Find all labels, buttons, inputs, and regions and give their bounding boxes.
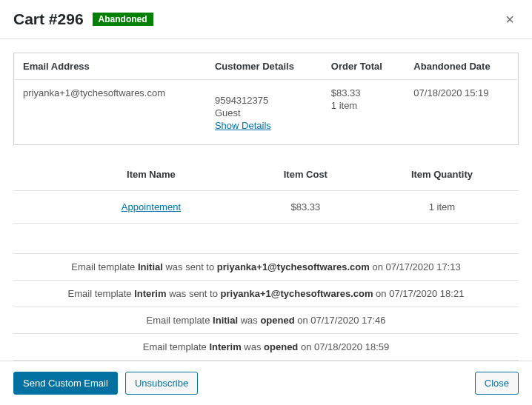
customer-type: Guest: [215, 107, 313, 118]
modal-footer: Send Custom Email Unsubscribe Close: [0, 361, 532, 406]
item-qty: 1 item: [365, 191, 519, 224]
status-badge: Abandoned: [93, 13, 153, 26]
modal-header: Cart #296 Abandoned ×: [0, 0, 532, 39]
cell-customer: 9594312375 Guest Show Details: [206, 80, 322, 145]
cell-date: 07/18/2020 15:19: [405, 80, 518, 145]
close-icon[interactable]: ×: [501, 10, 519, 28]
customer-phone: 9594312375: [215, 95, 313, 106]
item-name-link[interactable]: Appointement: [122, 201, 181, 212]
cell-email: priyanka+1@tychesoftwares.com: [14, 80, 206, 145]
modal-content: Email Address Customer Details Order Tot…: [0, 39, 532, 361]
order-total-amount: $83.33: [331, 87, 396, 98]
items-table: Item Name Item Cost Item Quantity Appoin…: [13, 158, 519, 224]
log-entry: Email template Initial was opened on 07/…: [13, 307, 519, 333]
send-custom-email-button[interactable]: Send Custom Email: [13, 372, 118, 395]
close-button[interactable]: Close: [475, 372, 519, 395]
page-title: Cart #296: [13, 10, 84, 28]
table-row: Appointement $83.33 1 item: [13, 191, 519, 224]
log-entry: Email template Initial was sent to priya…: [13, 253, 519, 280]
table-row: priyanka+1@tychesoftwares.com 9594312375…: [14, 80, 519, 145]
col-date: Abandoned Date: [405, 53, 518, 80]
cart-modal: Cart #296 Abandoned × Email Address Cust…: [0, 0, 532, 405]
col-item-cost: Item Cost: [246, 158, 365, 191]
col-customer: Customer Details: [206, 53, 322, 80]
col-item-name: Item Name: [13, 158, 246, 191]
log-entry: Email template Interim was sent to priya…: [13, 280, 519, 307]
col-email: Email Address: [14, 53, 206, 80]
show-details-link[interactable]: Show Details: [215, 120, 271, 131]
order-total-items: 1 item: [331, 100, 396, 111]
item-cost: $83.33: [246, 191, 365, 224]
col-total: Order Total: [322, 53, 405, 80]
col-item-qty: Item Quantity: [365, 158, 519, 191]
customer-detail-table: Email Address Customer Details Order Tot…: [13, 53, 519, 145]
unsubscribe-button[interactable]: Unsubscribe: [125, 372, 198, 395]
email-log: Email template Initial was sent to priya…: [13, 253, 519, 361]
log-entry: Email template Interim was opened on 07/…: [13, 333, 519, 361]
cell-total: $83.33 1 item: [322, 80, 405, 145]
